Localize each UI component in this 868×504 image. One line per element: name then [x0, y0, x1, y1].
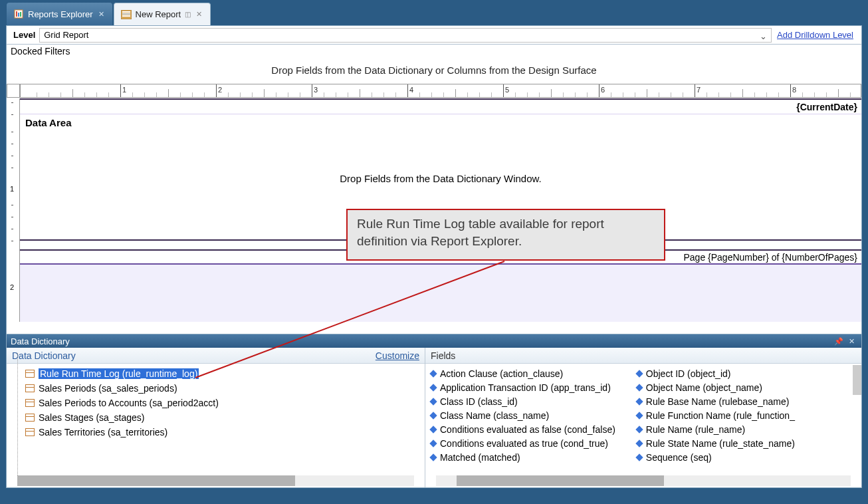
svg-rect-5 [122, 11, 130, 13]
field-item[interactable]: Rule Base Name (rulebase_name) [635, 394, 795, 408]
field-item[interactable]: Rule Function Name (rule_function_ [635, 408, 795, 422]
field-label: Object Name (object_name) [646, 382, 762, 393]
svg-rect-6 [122, 13, 130, 15]
field-icon [429, 384, 437, 391]
field-item[interactable]: Rule State Name (rule_state_name) [635, 436, 795, 450]
table-label: Sales Periods to Accounts (sa_period2acc… [39, 398, 219, 408]
field-icon [635, 384, 643, 391]
tab-new-report-label: New Report [136, 9, 181, 19]
popout-icon[interactable]: ◫ [185, 11, 191, 18]
annotation-callout: Rule Run Time Log table available for re… [346, 209, 665, 261]
vertical-scrollbar[interactable] [853, 365, 861, 395]
field-item[interactable]: Application Transaction ID (app_trans_id… [429, 380, 615, 394]
table-item[interactable]: Sales Periods to Accounts (sa_period2acc… [7, 396, 425, 410]
customize-link[interactable]: Customize [376, 350, 419, 361]
field-label: Class Name (class_name) [440, 410, 549, 421]
table-label: Rule Run Time Log (rule_runtime_log) [39, 368, 199, 379]
data-area-hint: Drop Fields from the Data Dictionary Win… [20, 173, 861, 184]
docked-filters-label: Docked Filters [7, 45, 861, 58]
table-icon [25, 399, 35, 407]
field-label: Conditions evaluated as true (cond_true) [440, 438, 608, 449]
field-item[interactable]: Matched (matched) [429, 450, 615, 464]
field-item[interactable]: Sequence (seq) [635, 450, 795, 464]
data-dictionary-header: Data Dictionary [12, 350, 76, 361]
level-bar: Level Grid Report ⌄ Add Drilldown Level [7, 26, 861, 45]
tab-reports-explorer-label: Reports Explorer [28, 9, 93, 19]
field-item[interactable]: Action Clause (action_clause) [429, 366, 615, 380]
add-drilldown-link[interactable]: Add Drilldown Level [772, 30, 859, 40]
close-icon[interactable]: ✕ [195, 10, 203, 19]
field-icon [635, 426, 643, 433]
field-icon [429, 370, 437, 377]
table-icon [25, 428, 35, 436]
field-label: Object ID (object_id) [646, 368, 731, 379]
chevron-down-icon: ⌄ [760, 31, 767, 41]
field-label: Rule Name (rule_name) [646, 424, 745, 435]
field-label: Rule Base Name (rulebase_name) [646, 396, 790, 407]
tab-reports-explorer[interactable]: Reports Explorer ✕ [7, 3, 112, 25]
field-item[interactable]: Class Name (class_name) [429, 408, 615, 422]
field-icon [429, 440, 437, 447]
field-icon [635, 412, 643, 419]
table-label: Sales Stages (sa_stages) [39, 412, 145, 423]
field-icon [429, 398, 437, 405]
svg-rect-1 [16, 11, 17, 17]
table-item[interactable]: Sales Stages (sa_stages) [7, 410, 425, 425]
field-label: Sequence (seq) [646, 452, 712, 463]
field-icon [429, 426, 437, 433]
field-label: Class ID (class_id) [440, 396, 518, 407]
data-dictionary-panel: Data Dictionary 📌 ✕ Data Dictionary Cust… [7, 334, 861, 487]
annotation-text: Rule Run Time Log table available for re… [357, 217, 604, 248]
field-item[interactable]: Object Name (object_name) [635, 380, 795, 394]
field-icon [429, 453, 437, 461]
field-icon [635, 398, 643, 405]
reports-explorer-icon [13, 9, 24, 19]
field-label: Matched (matched) [440, 452, 520, 463]
fields-pane: Fields Action Clause (action_clause)Appl… [425, 348, 861, 487]
drop-fields-hint: Drop Fields from the Data Dictionary or … [7, 58, 861, 84]
field-label: Application Transaction ID (app_trans_id… [440, 382, 611, 393]
close-icon[interactable]: ✕ [97, 10, 106, 19]
field-label: Conditions evaluated as false (cond_fals… [440, 424, 615, 435]
table-item[interactable]: Sales Periods (sa_sales_periods) [7, 381, 425, 396]
svg-rect-3 [20, 12, 21, 17]
tables-tree[interactable]: Rule Run Time Log (rule_runtime_log)Sale… [7, 364, 425, 475]
field-item[interactable]: Object ID (object_id) [635, 366, 795, 380]
table-item[interactable]: Rule Run Time Log (rule_runtime_log) [7, 366, 425, 381]
tab-strip: Reports Explorer ✕ New Report ◫ ✕ [3, 3, 865, 25]
field-label: Rule Function Name (rule_function_ [646, 410, 795, 421]
field-icon [635, 370, 643, 377]
data-area-title: Data Area [25, 117, 71, 128]
close-icon[interactable]: ✕ [846, 337, 857, 346]
level-label: Level [9, 30, 39, 40]
level-select[interactable]: Grid Report ⌄ [39, 28, 772, 43]
pin-icon[interactable]: 📌 [831, 337, 846, 346]
table-label: Sales Periods (sa_sales_periods) [39, 383, 177, 394]
level-select-value: Grid Report [44, 30, 88, 40]
table-label: Sales Territories (sa_territories) [39, 427, 167, 438]
report-header-band[interactable]: {CurrentDate} [20, 98, 861, 114]
field-label: Rule State Name (rule_state_name) [646, 438, 795, 449]
table-icon [25, 414, 35, 422]
tab-new-report[interactable]: New Report ◫ ✕ [114, 3, 211, 25]
field-item[interactable]: Rule Name (rule_name) [635, 422, 795, 436]
field-icon [635, 440, 643, 447]
horizontal-scrollbar[interactable] [17, 475, 414, 486]
field-label: Action Clause (action_clause) [440, 368, 563, 379]
data-dictionary-tree-pane: Data Dictionary Customize Rule Run Time … [7, 348, 425, 487]
table-icon [25, 384, 35, 392]
field-item[interactable]: Class ID (class_id) [429, 394, 615, 408]
horizontal-scrollbar[interactable] [436, 475, 851, 486]
data-dictionary-title: Data Dictionary [11, 336, 70, 346]
data-dictionary-titlebar[interactable]: Data Dictionary 📌 ✕ [7, 334, 861, 348]
page-footer-text: Page {PageNumber} of {NumberOfPages} [683, 252, 857, 263]
fields-header: Fields [431, 350, 455, 361]
table-icon [25, 370, 35, 378]
table-item[interactable]: Sales Territories (sa_territories) [7, 425, 425, 440]
current-date-placeholder: {CurrentDate} [796, 102, 857, 112]
horizontal-ruler: 12345678 [7, 84, 861, 98]
svg-rect-7 [122, 15, 130, 17]
field-item[interactable]: Conditions evaluated as true (cond_true) [429, 436, 615, 450]
vertical-ruler: 1 2 [7, 98, 20, 322]
field-item[interactable]: Conditions evaluated as false (cond_fals… [429, 422, 615, 436]
